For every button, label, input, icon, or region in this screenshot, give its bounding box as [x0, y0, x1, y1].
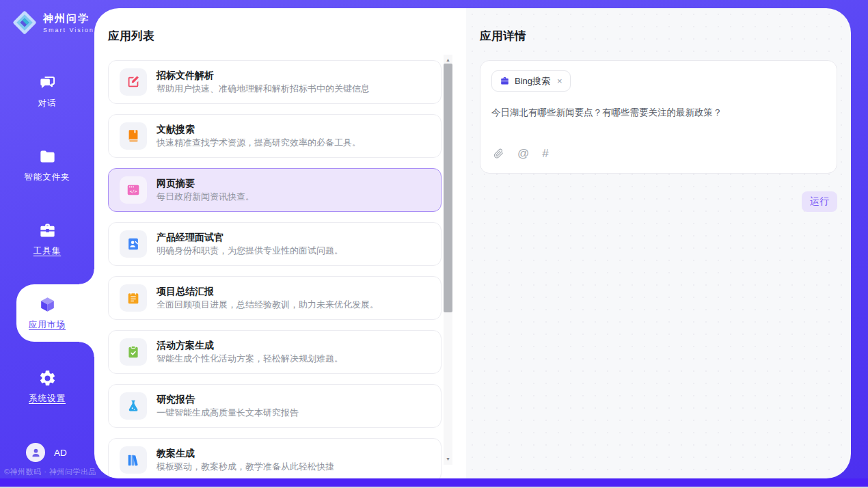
run-button[interactable]: 运行: [802, 191, 837, 212]
app-card-text: 文献搜索快速精准查找学术资源，提高研究效率的必备工具。: [157, 123, 361, 149]
app-card[interactable]: 招标文件解析帮助用户快速、准确地理解和解析招标书中的关键信息: [108, 60, 442, 104]
app-card-title: 教案生成: [157, 447, 334, 459]
sidebar-item-smart-folder[interactable]: 智能文件夹: [0, 128, 94, 202]
sidebar-item-label: 智能文件夹: [24, 172, 70, 183]
sidebar-item-settings[interactable]: 系统设置: [0, 350, 94, 424]
scroll-down-icon[interactable]: ▼: [444, 456, 452, 463]
app-card[interactable]: 教案生成模板驱动，教案秒成，教学准备从此轻松快捷: [108, 438, 442, 478]
app-card-text: 网页摘要每日政府新闻资讯快查。: [157, 177, 254, 203]
tool-chip-bing[interactable]: Bing搜索 ×: [491, 70, 571, 92]
svg-text:</>: </>: [130, 189, 137, 193]
user-profile[interactable]: AD: [26, 443, 67, 462]
brand-logo: 神州问学 Smart Vision: [11, 9, 94, 36]
app-card[interactable]: 文献搜索快速精准查找学术资源，提高研究效率的必备工具。: [108, 114, 442, 158]
report-note-icon: [120, 284, 147, 312]
sidebar-item-label: 对话: [38, 98, 57, 109]
close-icon[interactable]: ×: [557, 76, 562, 86]
sidebar-item-chat[interactable]: 对话: [0, 55, 94, 128]
toolbox-icon: [38, 221, 57, 240]
app-card-title: 研究报告: [157, 393, 299, 405]
interview-doc-icon: [120, 230, 147, 258]
app-detail-panel: 应用详情 Bing搜索 × 今日湖北有哪些新闻要点？有哪些需要关注的最新政策？ …: [466, 8, 851, 478]
app-card-desc: 帮助用户快速、准确地理解和解析招标书中的关键信息: [157, 83, 370, 95]
app-card-text: 教案生成模板驱动，教案秒成，教学准备从此轻松快捷: [157, 447, 334, 473]
app-list-title: 应用列表: [108, 29, 452, 44]
tool-chip-row: Bing搜索 ×: [491, 70, 826, 92]
app-card-text: 产品经理面试官明确身份和职责，为您提供专业性的面试问题。: [157, 231, 343, 257]
app-card-title: 项目总结汇报: [157, 285, 379, 297]
sidebar-item-label: 工具集: [33, 245, 62, 257]
app-card-desc: 一键智能生成高质量长文本研究报告: [157, 407, 299, 419]
prompt-card: Bing搜索 × 今日湖北有哪些新闻要点？有哪些需要关注的最新政策？ @#: [480, 60, 837, 174]
app-card[interactable]: </>网页摘要每日政府新闻资讯快查。: [108, 168, 442, 212]
app-card-title: 文献搜索: [157, 123, 361, 135]
hash-icon[interactable]: #: [542, 148, 548, 159]
tab-curve: [79, 342, 94, 357]
at-icon[interactable]: @: [517, 148, 529, 159]
run-row: 运行: [480, 191, 837, 212]
sidebar-item-toolset[interactable]: 工具集: [0, 202, 94, 276]
bottom-frame: [0, 478, 868, 487]
tab-curve: [79, 269, 94, 284]
sidebar-item-label: 系统设置: [29, 393, 66, 405]
app-card-text: 招标文件解析帮助用户快速、准确地理解和解析招标书中的关键信息: [157, 69, 370, 95]
user-name: AD: [54, 448, 67, 458]
app-card-desc: 智能生成个性化活动方案，轻松解决规划难题。: [157, 353, 343, 365]
tool-chip-label: Bing搜索: [515, 75, 550, 87]
sidebar-item-app-market[interactable]: 应用市场: [0, 276, 94, 350]
brand-diamond-icon: [11, 9, 38, 36]
sidebar: 神州问学 Smart Vision 对话智能文件夹工具集应用市场系统设置 AD …: [0, 0, 94, 488]
flask-icon: [120, 392, 147, 420]
cube-icon: [38, 295, 57, 314]
app-card-title: 活动方案生成: [157, 339, 343, 351]
scroll-up-icon[interactable]: ▲: [444, 57, 452, 64]
folder-icon: [38, 148, 57, 166]
app-card[interactable]: 研究报告一键智能生成高质量长文本研究报告: [108, 384, 442, 428]
app-card-text: 项目总结汇报全面回顾项目进展，总结经验教训，助力未来优化发展。: [157, 285, 379, 311]
sidebar-nav: 对话智能文件夹工具集应用市场系统设置: [0, 55, 94, 424]
brand-text: 神州问学 Smart Vision: [43, 12, 94, 33]
app-card-desc: 明确身份和职责，为您提供专业性的面试问题。: [157, 245, 343, 257]
chat-icon: [38, 74, 57, 92]
web-code-icon: </>: [120, 176, 147, 204]
composer-toolbar: @#: [491, 148, 826, 163]
app-detail-title: 应用详情: [480, 29, 837, 44]
clipboard-check-icon: [120, 338, 147, 366]
books-icon: [120, 446, 147, 474]
scrollbar[interactable]: ▲ ▼: [444, 55, 452, 465]
app-card[interactable]: 产品经理面试官明确身份和职责，为您提供专业性的面试问题。: [108, 222, 442, 266]
briefcase-icon: [500, 76, 510, 86]
app-card-text: 研究报告一键智能生成高质量长文本研究报告: [157, 393, 299, 419]
copyright-footer: ©神州数码 · 神州问学出品: [4, 467, 96, 477]
book-icon: [120, 122, 147, 150]
app-card[interactable]: 活动方案生成智能生成个性化活动方案，轻松解决规划难题。: [108, 330, 442, 374]
query-text[interactable]: 今日湖北有哪些新闻要点？有哪些需要关注的最新政策？: [491, 107, 826, 148]
app-card-desc: 快速精准查找学术资源，提高研究效率的必备工具。: [157, 137, 361, 149]
avatar: [26, 443, 45, 462]
app-card-desc: 模板驱动，教案秒成，教学准备从此轻松快捷: [157, 461, 334, 473]
content-area: 应用列表 招标文件解析帮助用户快速、准确地理解和解析招标书中的关键信息文献搜索快…: [94, 8, 851, 478]
paperclip-icon[interactable]: [493, 148, 504, 159]
app-card-desc: 全面回顾项目进展，总结经验教训，助力未来优化发展。: [157, 299, 379, 311]
app-list-panel: 应用列表 招标文件解析帮助用户快速、准确地理解和解析招标书中的关键信息文献搜索快…: [94, 8, 466, 478]
app-card-title: 网页摘要: [157, 177, 254, 189]
app-card-list: 招标文件解析帮助用户快速、准确地理解和解析招标书中的关键信息文献搜索快速精准查找…: [108, 60, 442, 478]
brand-subtitle: Smart Vision: [43, 27, 94, 33]
scrollbar-thumb[interactable]: [444, 64, 452, 312]
brand-name: 神州问学: [43, 12, 94, 25]
sidebar-item-label: 应用市场: [29, 319, 66, 331]
edit-doc-icon: [120, 68, 147, 96]
app-card-text: 活动方案生成智能生成个性化活动方案，轻松解决规划难题。: [157, 339, 343, 365]
gear-icon: [38, 369, 57, 388]
app-card-title: 产品经理面试官: [157, 231, 343, 243]
app-card-desc: 每日政府新闻资讯快查。: [157, 191, 254, 203]
app-card-title: 招标文件解析: [157, 69, 370, 81]
app-card[interactable]: 项目总结汇报全面回顾项目进展，总结经验教训，助力未来优化发展。: [108, 276, 442, 320]
